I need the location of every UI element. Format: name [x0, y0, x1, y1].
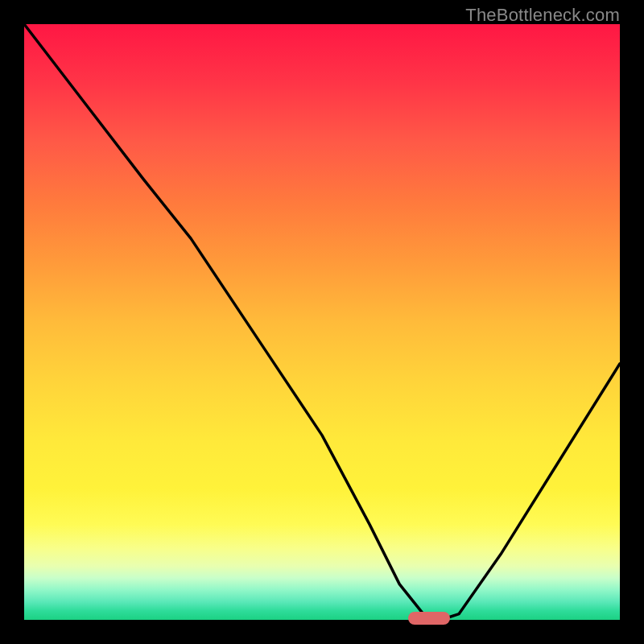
plot-area — [24, 24, 620, 620]
chart-frame: TheBottleneck.com — [0, 0, 644, 644]
optimal-marker — [408, 612, 450, 625]
watermark-text: TheBottleneck.com — [465, 5, 620, 26]
bottleneck-curve — [24, 24, 620, 620]
